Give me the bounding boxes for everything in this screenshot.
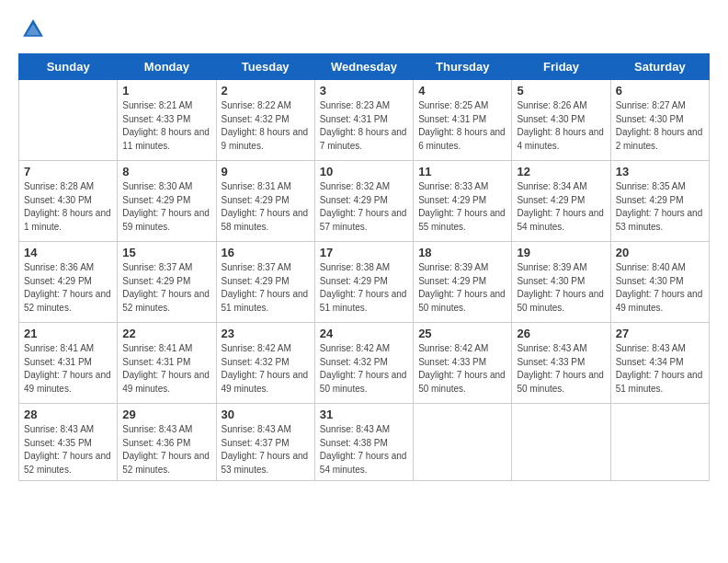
day-cell	[414, 404, 512, 481]
day-info: Sunrise: 8:43 AMSunset: 4:38 PMDaylight:…	[320, 423, 408, 477]
day-number: 19	[517, 246, 605, 259]
day-cell	[610, 404, 709, 481]
day-cell: 28Sunrise: 8:43 AMSunset: 4:35 PMDayligh…	[19, 404, 118, 481]
day-number: 27	[616, 327, 704, 340]
day-cell: 26Sunrise: 8:43 AMSunset: 4:33 PMDayligh…	[512, 323, 610, 404]
day-number: 18	[418, 246, 506, 259]
day-info: Sunrise: 8:35 AMSunset: 4:29 PMDaylight:…	[616, 180, 704, 234]
day-info: Sunrise: 8:43 AMSunset: 4:34 PMDaylight:…	[616, 342, 704, 396]
day-number: 22	[122, 327, 210, 340]
day-cell: 12Sunrise: 8:34 AMSunset: 4:29 PMDayligh…	[512, 161, 610, 242]
day-number: 8	[122, 165, 210, 178]
day-number: 24	[320, 327, 408, 340]
page: SundayMondayTuesdayWednesdayThursdayFrid…	[0, 0, 728, 490]
day-info: Sunrise: 8:43 AMSunset: 4:33 PMDaylight:…	[517, 342, 605, 396]
weekday-header-saturday: Saturday	[610, 54, 709, 80]
day-number: 5	[517, 84, 605, 98]
day-info: Sunrise: 8:42 AMSunset: 4:33 PMDaylight:…	[418, 342, 506, 396]
weekday-header-sunday: Sunday	[19, 54, 118, 80]
day-number: 7	[24, 165, 112, 178]
day-info: Sunrise: 8:41 AMSunset: 4:31 PMDaylight:…	[122, 342, 210, 396]
day-cell: 6Sunrise: 8:27 AMSunset: 4:30 PMDaylight…	[610, 80, 709, 161]
day-cell: 7Sunrise: 8:28 AMSunset: 4:30 PMDaylight…	[19, 161, 118, 242]
day-info: Sunrise: 8:43 AMSunset: 4:36 PMDaylight:…	[122, 423, 210, 477]
day-cell: 17Sunrise: 8:38 AMSunset: 4:29 PMDayligh…	[314, 242, 413, 323]
day-info: Sunrise: 8:28 AMSunset: 4:30 PMDaylight:…	[24, 180, 112, 234]
day-number: 11	[418, 165, 506, 178]
day-cell: 25Sunrise: 8:42 AMSunset: 4:33 PMDayligh…	[414, 323, 512, 404]
weekday-header-wednesday: Wednesday	[314, 54, 413, 80]
day-info: Sunrise: 8:43 AMSunset: 4:35 PMDaylight:…	[24, 423, 112, 477]
day-number: 29	[122, 408, 210, 421]
day-cell: 5Sunrise: 8:26 AMSunset: 4:30 PMDaylight…	[512, 80, 610, 161]
day-number: 16	[222, 246, 310, 259]
day-cell: 18Sunrise: 8:39 AMSunset: 4:29 PMDayligh…	[414, 242, 512, 323]
weekday-header-friday: Friday	[512, 54, 610, 80]
day-number: 30	[222, 408, 310, 421]
day-cell: 8Sunrise: 8:30 AMSunset: 4:29 PMDaylight…	[118, 161, 216, 242]
day-info: Sunrise: 8:40 AMSunset: 4:30 PMDaylight:…	[616, 261, 704, 315]
day-cell: 16Sunrise: 8:37 AMSunset: 4:29 PMDayligh…	[216, 242, 314, 323]
header	[18, 17, 710, 46]
day-info: Sunrise: 8:43 AMSunset: 4:37 PMDaylight:…	[222, 423, 310, 477]
day-number: 25	[418, 327, 506, 340]
day-info: Sunrise: 8:41 AMSunset: 4:31 PMDaylight:…	[24, 342, 112, 396]
day-cell: 23Sunrise: 8:42 AMSunset: 4:32 PMDayligh…	[216, 323, 314, 404]
day-cell: 20Sunrise: 8:40 AMSunset: 4:30 PMDayligh…	[610, 242, 709, 323]
day-number: 26	[517, 327, 605, 340]
day-number: 4	[418, 84, 506, 98]
day-info: Sunrise: 8:32 AMSunset: 4:29 PMDaylight:…	[320, 180, 408, 234]
day-number: 6	[616, 84, 704, 98]
day-info: Sunrise: 8:42 AMSunset: 4:32 PMDaylight:…	[320, 342, 408, 396]
calendar: SundayMondayTuesdayWednesdayThursdayFrid…	[18, 53, 710, 481]
day-number: 15	[122, 246, 210, 259]
day-cell: 29Sunrise: 8:43 AMSunset: 4:36 PMDayligh…	[118, 404, 216, 481]
day-cell: 9Sunrise: 8:31 AMSunset: 4:29 PMDaylight…	[216, 161, 314, 242]
day-number: 3	[320, 84, 408, 98]
day-cell: 13Sunrise: 8:35 AMSunset: 4:29 PMDayligh…	[610, 161, 709, 242]
day-number: 31	[320, 408, 408, 421]
day-cell: 22Sunrise: 8:41 AMSunset: 4:31 PMDayligh…	[118, 323, 216, 404]
day-info: Sunrise: 8:23 AMSunset: 4:31 PMDaylight:…	[320, 99, 408, 153]
day-info: Sunrise: 8:39 AMSunset: 4:29 PMDaylight:…	[418, 261, 506, 315]
weekday-header-thursday: Thursday	[414, 54, 512, 80]
day-number: 10	[320, 165, 408, 178]
day-info: Sunrise: 8:34 AMSunset: 4:29 PMDaylight:…	[517, 180, 605, 234]
weekday-header-monday: Monday	[118, 54, 216, 80]
week-row-1: 7Sunrise: 8:28 AMSunset: 4:30 PMDaylight…	[19, 161, 710, 242]
week-row-3: 21Sunrise: 8:41 AMSunset: 4:31 PMDayligh…	[19, 323, 710, 404]
day-number: 9	[222, 165, 310, 178]
day-cell: 11Sunrise: 8:33 AMSunset: 4:29 PMDayligh…	[414, 161, 512, 242]
day-cell	[19, 80, 118, 161]
weekday-header-tuesday: Tuesday	[216, 54, 314, 80]
day-info: Sunrise: 8:36 AMSunset: 4:29 PMDaylight:…	[24, 261, 112, 315]
day-number: 21	[24, 327, 112, 340]
day-cell: 3Sunrise: 8:23 AMSunset: 4:31 PMDaylight…	[314, 80, 413, 161]
day-cell: 24Sunrise: 8:42 AMSunset: 4:32 PMDayligh…	[314, 323, 413, 404]
day-info: Sunrise: 8:27 AMSunset: 4:30 PMDaylight:…	[616, 99, 704, 153]
week-row-0: 1Sunrise: 8:21 AMSunset: 4:33 PMDaylight…	[19, 80, 710, 161]
day-info: Sunrise: 8:37 AMSunset: 4:29 PMDaylight:…	[222, 261, 310, 315]
day-number: 1	[122, 84, 210, 98]
day-info: Sunrise: 8:33 AMSunset: 4:29 PMDaylight:…	[418, 180, 506, 234]
day-info: Sunrise: 8:30 AMSunset: 4:29 PMDaylight:…	[122, 180, 210, 234]
day-cell: 14Sunrise: 8:36 AMSunset: 4:29 PMDayligh…	[19, 242, 118, 323]
day-info: Sunrise: 8:25 AMSunset: 4:31 PMDaylight:…	[418, 99, 506, 153]
day-info: Sunrise: 8:39 AMSunset: 4:30 PMDaylight:…	[517, 261, 605, 315]
day-number: 12	[517, 165, 605, 178]
day-number: 20	[616, 246, 704, 259]
day-info: Sunrise: 8:21 AMSunset: 4:33 PMDaylight:…	[122, 99, 210, 153]
day-info: Sunrise: 8:26 AMSunset: 4:30 PMDaylight:…	[517, 99, 605, 153]
day-number: 23	[222, 327, 310, 340]
day-cell: 27Sunrise: 8:43 AMSunset: 4:34 PMDayligh…	[610, 323, 709, 404]
day-number: 2	[222, 84, 310, 98]
day-cell: 10Sunrise: 8:32 AMSunset: 4:29 PMDayligh…	[314, 161, 413, 242]
day-cell: 31Sunrise: 8:43 AMSunset: 4:38 PMDayligh…	[314, 404, 413, 481]
day-info: Sunrise: 8:37 AMSunset: 4:29 PMDaylight:…	[122, 261, 210, 315]
day-cell: 30Sunrise: 8:43 AMSunset: 4:37 PMDayligh…	[216, 404, 314, 481]
weekday-header-row: SundayMondayTuesdayWednesdayThursdayFrid…	[19, 54, 710, 80]
day-cell: 1Sunrise: 8:21 AMSunset: 4:33 PMDaylight…	[118, 80, 216, 161]
logo-icon	[20, 17, 46, 42]
day-info: Sunrise: 8:42 AMSunset: 4:32 PMDaylight:…	[222, 342, 310, 396]
week-row-4: 28Sunrise: 8:43 AMSunset: 4:35 PMDayligh…	[19, 404, 710, 481]
